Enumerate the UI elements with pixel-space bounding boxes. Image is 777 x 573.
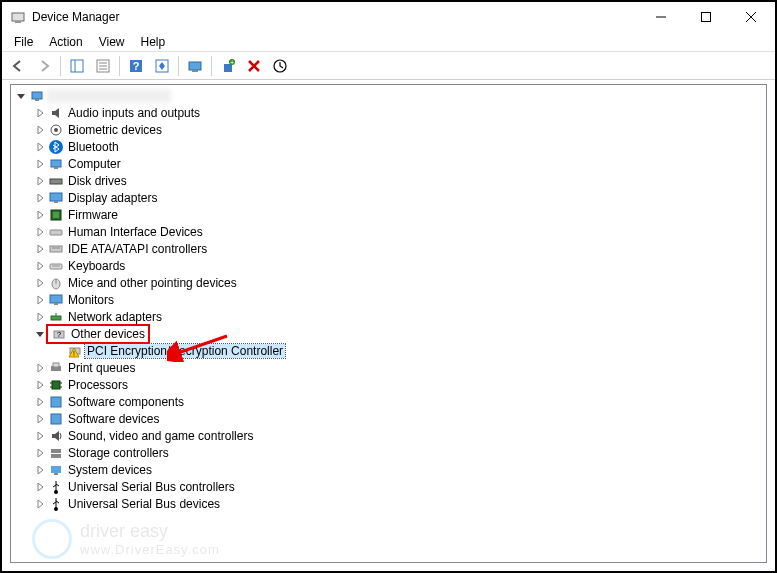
scan-hardware-button[interactable] <box>183 54 207 78</box>
expander-icon[interactable] <box>34 226 46 238</box>
forward-button[interactable] <box>32 54 56 78</box>
expander-icon[interactable] <box>34 328 46 340</box>
expander-icon[interactable] <box>34 498 46 510</box>
category-icon <box>48 156 64 172</box>
expander-icon[interactable] <box>34 294 46 306</box>
tree-category[interactable]: ?Other devices <box>11 325 766 342</box>
add-legacy-button[interactable]: + <box>216 54 240 78</box>
tree-category[interactable]: Mice and other pointing devices <box>11 274 766 291</box>
tree-category[interactable]: Bluetooth <box>11 138 766 155</box>
svg-rect-22 <box>35 99 39 101</box>
menu-help[interactable]: Help <box>133 33 174 51</box>
expander-icon[interactable] <box>34 175 46 187</box>
category-label: Keyboards <box>66 259 127 273</box>
tree-category[interactable]: Computer <box>11 155 766 172</box>
expander-icon[interactable] <box>34 192 46 204</box>
expander-icon[interactable] <box>34 158 46 170</box>
expander-icon[interactable] <box>15 90 27 102</box>
expander-icon[interactable] <box>34 107 46 119</box>
category-icon <box>48 462 64 478</box>
category-label: Firmware <box>66 208 120 222</box>
svg-point-29 <box>59 180 61 182</box>
category-label: Storage controllers <box>66 446 171 460</box>
category-icon <box>48 377 64 393</box>
tree-device[interactable]: !PCI Encryption/Decryption Controller <box>11 342 766 359</box>
tree-category[interactable]: Disk drives <box>11 172 766 189</box>
category-icon <box>48 173 64 189</box>
help-button[interactable]: ? <box>124 54 148 78</box>
category-icon <box>48 207 64 223</box>
svg-text:!: ! <box>73 350 75 357</box>
svg-rect-60 <box>51 466 61 473</box>
expander-icon[interactable] <box>34 277 46 289</box>
tree-category[interactable]: Biometric devices <box>11 121 766 138</box>
action-button[interactable] <box>150 54 174 78</box>
titlebar: Device Manager <box>2 2 775 32</box>
menu-file[interactable]: File <box>6 33 41 51</box>
update-driver-button[interactable] <box>268 54 292 78</box>
svg-rect-27 <box>54 167 58 169</box>
svg-rect-33 <box>53 212 59 218</box>
svg-rect-42 <box>54 303 58 305</box>
device-tree-container[interactable]: XXXXXXXXAudio inputs and outputsBiometri… <box>10 84 767 563</box>
tree-root[interactable]: XXXXXXXX <box>11 87 766 104</box>
expander-icon[interactable] <box>34 379 46 391</box>
device-icon: ! <box>67 343 83 359</box>
properties-button[interactable] <box>91 54 115 78</box>
category-label: Human Interface Devices <box>66 225 205 239</box>
category-icon <box>48 394 64 410</box>
svg-point-62 <box>54 490 58 494</box>
expander-icon[interactable] <box>34 447 46 459</box>
tree-category[interactable]: Print queues <box>11 359 766 376</box>
tree-category[interactable]: Audio inputs and outputs <box>11 104 766 121</box>
tree-category[interactable]: Storage controllers <box>11 444 766 461</box>
category-icon <box>48 258 64 274</box>
category-label: Mice and other pointing devices <box>66 276 239 290</box>
expander-icon[interactable] <box>34 396 46 408</box>
tree-category[interactable]: Monitors <box>11 291 766 308</box>
tree-category[interactable]: Firmware <box>11 206 766 223</box>
toolbar-separator <box>119 56 120 76</box>
expander-icon[interactable] <box>34 481 46 493</box>
tree-category[interactable]: Software components <box>11 393 766 410</box>
expander-icon[interactable] <box>34 141 46 153</box>
expander-icon[interactable] <box>34 464 46 476</box>
expander-icon[interactable] <box>34 260 46 272</box>
tree-category[interactable]: Human Interface Devices <box>11 223 766 240</box>
expander-icon[interactable] <box>34 311 46 323</box>
tree-category[interactable]: Display adapters <box>11 189 766 206</box>
menu-view[interactable]: View <box>91 33 133 51</box>
menu-action[interactable]: Action <box>41 33 90 51</box>
category-icon <box>48 411 64 427</box>
tree-category[interactable]: Network adapters <box>11 308 766 325</box>
expander-icon[interactable] <box>34 413 46 425</box>
tree-category[interactable]: IDE ATA/ATAPI controllers <box>11 240 766 257</box>
category-icon <box>48 292 64 308</box>
device-label: PCI Encryption/Decryption Controller <box>85 344 285 358</box>
back-button[interactable] <box>6 54 30 78</box>
tree-category[interactable]: Universal Serial Bus controllers <box>11 478 766 495</box>
expander-icon[interactable] <box>34 124 46 136</box>
category-icon: ? <box>51 326 67 342</box>
minimize-button[interactable] <box>638 2 683 32</box>
close-button[interactable] <box>728 2 773 32</box>
maximize-button[interactable] <box>683 2 728 32</box>
tree-category[interactable]: Software devices <box>11 410 766 427</box>
tree-category[interactable]: Processors <box>11 376 766 393</box>
tree-category[interactable]: Universal Serial Bus devices <box>11 495 766 512</box>
expander-icon[interactable] <box>34 362 46 374</box>
expander-icon[interactable] <box>34 430 46 442</box>
uninstall-button[interactable] <box>242 54 266 78</box>
tree-category[interactable]: Sound, video and game controllers <box>11 427 766 444</box>
category-label: Biometric devices <box>66 123 164 137</box>
expander-icon[interactable] <box>34 243 46 255</box>
category-label: Universal Serial Bus devices <box>66 497 222 511</box>
toolbar: ? + <box>2 52 775 80</box>
category-label: Sound, video and game controllers <box>66 429 255 443</box>
show-hide-tree-button[interactable] <box>65 54 89 78</box>
tree-category[interactable]: System devices <box>11 461 766 478</box>
expander-icon[interactable] <box>34 209 46 221</box>
tree-category[interactable]: Keyboards <box>11 257 766 274</box>
category-icon <box>48 190 64 206</box>
svg-text:?: ? <box>133 60 140 72</box>
